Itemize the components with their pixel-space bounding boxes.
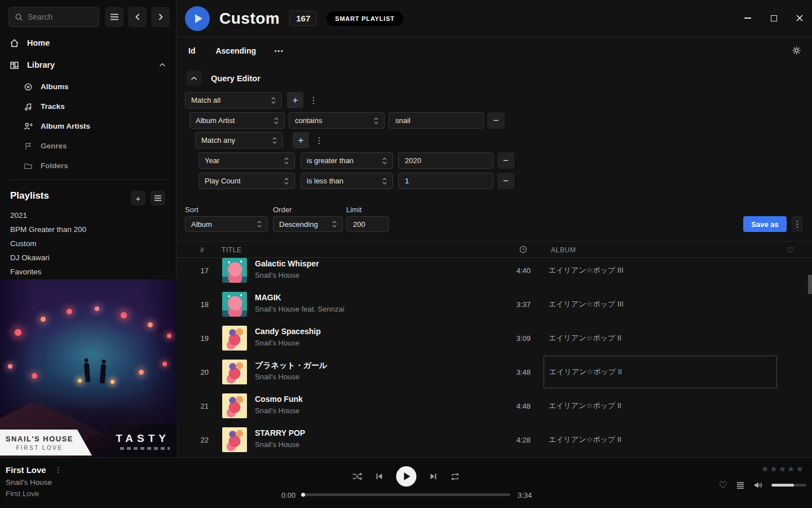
sidebar-item-album-artists[interactable]: Album Artists: [0, 116, 176, 136]
playlist-item[interactable]: Favorites: [0, 265, 176, 279]
playlist-item[interactable]: DJ Okawari: [0, 251, 176, 265]
table-row[interactable]: 17 Galactic Whisper Snail's House 4:40 エ…: [176, 258, 812, 287]
column-title[interactable]: TITLE: [222, 246, 242, 254]
album-art-thumbnail: [222, 427, 247, 452]
star-icon[interactable]: ★: [761, 464, 769, 474]
volume-button[interactable]: [753, 481, 763, 489]
rule3-value-input[interactable]: [398, 173, 493, 189]
star-icon[interactable]: ★: [787, 464, 795, 474]
remove-rule3-button[interactable]: −: [497, 173, 514, 189]
scrollbar-thumb[interactable]: [808, 275, 812, 294]
album-cell[interactable]: エイリアン☆ポップ II: [544, 389, 777, 422]
playlist-item[interactable]: Custom: [0, 237, 176, 251]
queue-button[interactable]: [736, 481, 745, 489]
rule1-value-input[interactable]: [389, 112, 484, 129]
album-art-thumbnail: [222, 326, 247, 351]
sidebar-item-tracks[interactable]: Tracks: [0, 97, 176, 116]
add-rule-button-group2[interactable]: +: [293, 132, 309, 148]
rule2-operator-select[interactable]: is greater than: [301, 152, 393, 169]
sidebar-item-albums[interactable]: Albums: [0, 77, 176, 97]
group2-menu-button[interactable]: ⋮: [314, 132, 325, 148]
track-album: エイリアン☆ポップ II: [549, 367, 622, 377]
settings-gear-button[interactable]: [792, 46, 801, 55]
table-row[interactable]: 19 Candy Spaceship Snail's House 3:09 エイ…: [176, 321, 812, 355]
sort-direction-control[interactable]: Ascending: [215, 46, 256, 55]
now-playing-info: First Love ⋮ Snail's House First Love: [6, 465, 62, 498]
lantern-dot: [148, 322, 153, 327]
track-artist: Snail's House: [255, 373, 299, 381]
rule2-field-select[interactable]: Year: [198, 152, 295, 169]
seek-knob[interactable]: [301, 493, 305, 497]
collapse-chevron-icon[interactable]: [159, 63, 166, 67]
limit-input[interactable]: [346, 216, 389, 232]
column-favorite[interactable]: ♡: [787, 246, 794, 255]
volume-slider[interactable]: [771, 484, 806, 487]
album-cell[interactable]: エイリアン☆ポップ III: [544, 288, 777, 321]
sidebar-item-folders[interactable]: Folders: [0, 156, 176, 176]
play-playlist-button[interactable]: [185, 6, 210, 31]
chevron-left-icon: [134, 13, 141, 21]
star-icon[interactable]: ★: [779, 464, 786, 474]
sort-field-control[interactable]: Id: [188, 46, 195, 55]
rule3-field-select[interactable]: Play Count: [198, 173, 295, 189]
playlist-header: Custom 167 SMART PLAYLIST: [176, 0, 812, 37]
rule1-operator-select[interactable]: contains: [289, 112, 385, 129]
star-icon[interactable]: ★: [770, 464, 777, 474]
remove-rule1-button[interactable]: −: [487, 112, 505, 129]
next-track-button[interactable]: [430, 472, 438, 480]
save-as-button[interactable]: Save as: [743, 216, 787, 232]
menu-button[interactable]: [105, 7, 123, 27]
album-art-thumbnail: [222, 393, 247, 418]
maximize-button[interactable]: [768, 12, 779, 24]
order-select[interactable]: Descending: [273, 216, 343, 232]
column-index[interactable]: #: [200, 246, 204, 254]
nav-back-button[interactable]: [128, 7, 147, 27]
minimize-button[interactable]: [742, 12, 753, 24]
playlist-item[interactable]: 2021: [0, 208, 176, 222]
match-select-group2[interactable]: Match any: [195, 132, 283, 148]
playlist-item[interactable]: BPM Greater than 200: [0, 222, 176, 237]
album-cell[interactable]: エイリアン☆ポップ II: [544, 423, 777, 456]
table-row[interactable]: 22 STARRY POP Snail's House 4:28 エイリアン☆ポ…: [176, 423, 812, 457]
add-rule-button-group1[interactable]: +: [287, 92, 303, 108]
rule2-value-input[interactable]: [398, 152, 493, 169]
favorite-button[interactable]: ♡: [719, 479, 727, 491]
search-box[interactable]: [8, 7, 99, 27]
more-options-button[interactable]: ⋯: [274, 46, 284, 56]
album-cell[interactable]: エイリアン☆ポップ II: [544, 356, 777, 388]
seek-bar[interactable]: [302, 493, 510, 496]
search-input[interactable]: [28, 12, 90, 21]
close-button[interactable]: [794, 12, 805, 24]
sidebar-item-library[interactable]: Library: [0, 54, 176, 76]
select-value: Descending: [279, 220, 318, 229]
group1-menu-button[interactable]: ⋮: [308, 92, 319, 108]
manage-playlists-button[interactable]: [151, 191, 165, 205]
rule3-operator-select[interactable]: is less than: [301, 173, 393, 189]
column-album[interactable]: ALBUM: [551, 246, 576, 254]
table-row[interactable]: 21 Cosmo Funk Snail's House 4:48 エイリアン☆ポ…: [176, 389, 812, 423]
album-cell[interactable]: エイリアン☆ポップ III: [544, 258, 777, 287]
sort-select[interactable]: Album: [185, 216, 268, 232]
add-playlist-button[interactable]: +: [131, 191, 145, 205]
now-playing-artwork[interactable]: TASTY SNAIL'S HOUSE FIRST LOVE: [0, 279, 176, 457]
play-pause-button[interactable]: [396, 466, 417, 487]
save-menu-button[interactable]: ⋮: [792, 216, 803, 232]
repeat-button[interactable]: [451, 472, 460, 481]
clock-icon: [519, 246, 527, 253]
match-select-group1[interactable]: Match all: [185, 92, 282, 108]
previous-track-button[interactable]: [376, 472, 383, 480]
column-duration[interactable]: [519, 246, 527, 253]
rule1-field-select[interactable]: Album Artist: [189, 112, 285, 129]
star-icon[interactable]: ★: [796, 464, 804, 474]
sidebar-item-home[interactable]: Home: [0, 32, 176, 54]
table-row[interactable]: 20 プラネット・ガール Snail's House 3:48 エイリアン☆ポッ…: [176, 355, 812, 389]
album-cell[interactable]: エイリアン☆ポップ II: [544, 322, 777, 354]
sidebar-item-genres[interactable]: Genres: [0, 136, 176, 156]
query-editor-collapse-button[interactable]: [186, 71, 202, 86]
table-row[interactable]: 18 MAGIK Snail's House feat. Sennzai 3:3…: [176, 287, 812, 321]
now-playing-menu-button[interactable]: ⋮: [55, 466, 62, 474]
shuffle-button[interactable]: [352, 472, 363, 481]
remove-rule2-button[interactable]: −: [497, 152, 514, 169]
nav-forward-button[interactable]: [151, 7, 170, 27]
plus-icon: +: [298, 135, 304, 146]
